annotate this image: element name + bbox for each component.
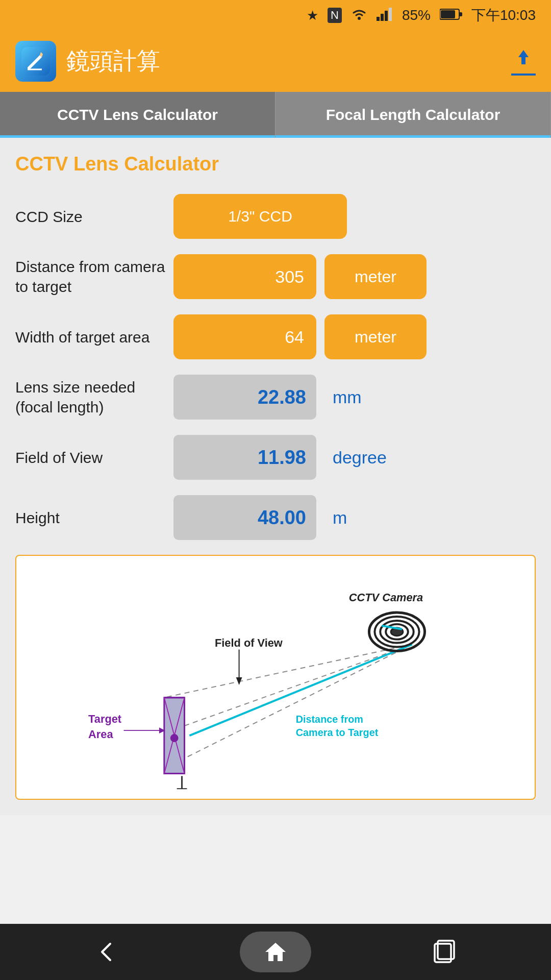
width-label: Width of target area [15,327,173,347]
app-header-left: 鏡頭計算 [15,41,160,82]
recents-button[interactable] [423,932,464,972]
battery-icon [440,8,462,22]
ccd-size-row: CCD Size 1/3" CCD [15,193,536,239]
signal-icon [377,7,393,24]
svg-marker-12 [518,50,529,57]
ccd-size-controls: 1/3" CCD [173,194,536,239]
lens-size-controls: 22.88 mm [173,375,536,420]
height-label: Height [15,508,173,528]
height-value: 48.00 [258,507,306,529]
height-row: Height 48.00 m [15,495,536,541]
nav-bar [0,924,551,980]
height-controls: 48.00 m [173,495,536,540]
fov-label: Field of View [15,448,173,468]
tab-bar: CCTV Lens Calculator Focal Length Calcul… [0,92,551,138]
ccd-size-button[interactable]: 1/3" CCD [173,194,347,239]
main-content: CCTV Lens Calculator CCD Size 1/3" CCD D… [0,138,551,815]
app-icon [15,41,56,82]
svg-text:CCTV Camera: CCTV Camera [349,591,423,604]
svg-rect-7 [459,12,462,16]
fov-result: 11.98 [173,435,316,480]
distance-value-button[interactable]: 305 [173,254,316,299]
upload-button[interactable] [511,47,536,76]
diagram-box: CCTV Camera Field of View Target Area Di… [15,555,536,800]
width-controls: 64 meter [173,314,536,359]
width-row: Width of target area 64 meter [15,314,536,360]
svg-text:Camera to Target: Camera to Target [296,727,379,738]
lens-size-unit: mm [333,387,362,407]
width-unit-button[interactable]: meter [324,314,427,359]
status-time: 下午10:03 [471,6,536,25]
fov-value: 11.98 [258,447,306,469]
lens-size-row: Lens size needed (focal length) 22.88 mm [15,374,536,420]
svg-point-24 [170,734,179,742]
tab-focal[interactable]: Focal Length Calculator [276,92,551,138]
fov-row: Field of View 11.98 degree [15,434,536,480]
lens-size-result: 22.88 [173,375,316,420]
app-title: 鏡頭計算 [66,45,160,77]
width-value-button[interactable]: 64 [173,314,316,359]
svg-text:Field of View: Field of View [215,637,283,650]
svg-text:Target: Target [88,713,121,725]
tab-cctv[interactable]: CCTV Lens Calculator [0,92,276,138]
height-result: 48.00 [173,495,316,540]
lens-size-value: 22.88 [258,386,306,408]
distance-unit-button[interactable]: meter [324,254,427,299]
svg-rect-6 [441,10,455,18]
nfc-icon: N [328,8,342,23]
svg-marker-43 [265,943,286,961]
fov-controls: 11.98 degree [173,435,536,480]
lens-size-label: Lens size needed (focal length) [15,377,173,417]
svg-text:Area: Area [88,728,113,741]
app-header: 鏡頭計算 [0,31,551,92]
height-unit: m [333,508,347,528]
distance-label: Distance from camera to target [15,257,173,297]
svg-rect-4 [389,8,392,21]
svg-text:Distance from: Distance from [296,714,363,725]
home-button[interactable] [240,932,311,972]
battery-percent: 85% [402,7,431,23]
ccd-size-label: CCD Size [15,207,173,227]
status-bar: ★ N 85% 下午10:03 [0,0,551,31]
back-button[interactable] [87,932,128,972]
svg-rect-3 [385,11,388,21]
fov-unit: degree [333,448,387,468]
wifi-icon [351,7,367,24]
svg-point-0 [358,17,361,20]
distance-row: Distance from camera to target 305 meter [15,254,536,300]
svg-rect-1 [377,17,380,21]
distance-controls: 305 meter [173,254,536,299]
bluetooth-icon: ★ [307,8,318,23]
svg-rect-13 [521,57,525,64]
section-title: CCTV Lens Calculator [15,153,536,175]
svg-rect-2 [381,14,384,21]
